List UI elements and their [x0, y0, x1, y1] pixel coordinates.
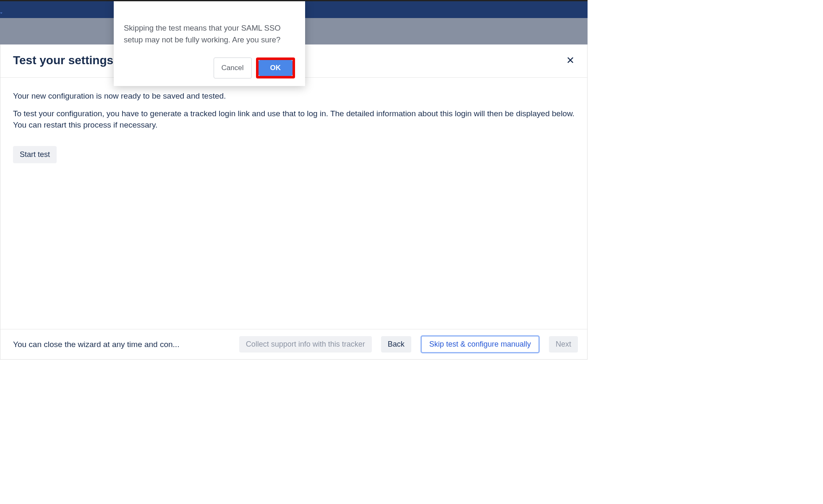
wizard-panel: Test your settings ✕ Your new configurat… — [0, 44, 588, 360]
intro-text-1: Your new configuration is now ready to b… — [13, 90, 575, 102]
wizard-footer: You can close the wizard at any time and… — [0, 329, 587, 359]
ok-button[interactable]: OK — [259, 60, 293, 76]
cancel-button[interactable]: Cancel — [214, 57, 252, 78]
start-test-button[interactable]: Start test — [13, 146, 57, 163]
close-icon[interactable]: ✕ — [566, 55, 575, 66]
modal-message: Skipping the test means that your SAML S… — [124, 22, 295, 46]
ok-button-highlight: OK — [256, 57, 295, 78]
back-button[interactable]: Back — [381, 336, 411, 353]
chevron-down-icon[interactable] — [0, 10, 4, 18]
intro-text-2: To test your configuration, you have to … — [13, 108, 575, 131]
footer-hint: You can close the wizard at any time and… — [13, 340, 179, 349]
skip-test-button[interactable]: Skip test & configure manually — [421, 335, 540, 353]
page-body: Your new configuration is now ready to b… — [0, 78, 587, 329]
next-button[interactable]: Next — [549, 336, 578, 353]
confirm-skip-dialog: Skipping the test means that your SAML S… — [114, 1, 305, 86]
collect-support-info-button[interactable]: Collect support info with this tracker — [239, 336, 372, 353]
page-title: Test your settings — [13, 54, 113, 67]
modal-button-row: Cancel OK — [124, 57, 295, 78]
